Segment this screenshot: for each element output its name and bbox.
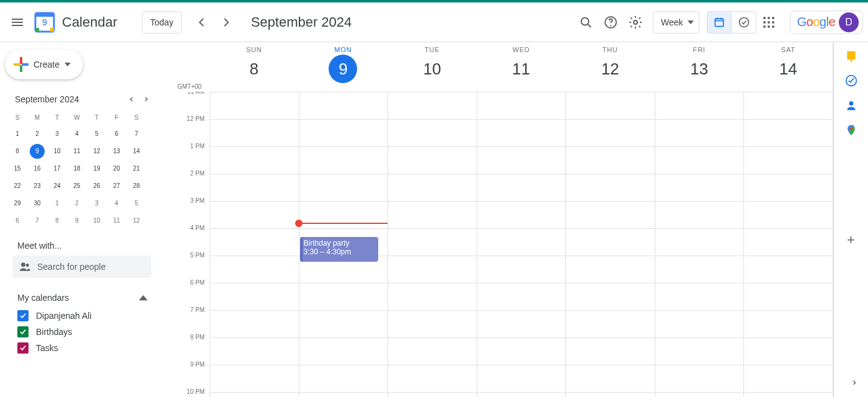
keep-icon[interactable]: [845, 50, 857, 62]
mini-day[interactable]: 22: [7, 179, 27, 196]
view-selector[interactable]: Week: [653, 11, 700, 33]
day-header[interactable]: THU12: [565, 42, 655, 92]
hour-row[interactable]: 11 AM: [210, 92, 833, 119]
help-button[interactable]: [598, 10, 623, 35]
mini-day[interactable]: 8: [7, 144, 27, 161]
mini-calendar[interactable]: SMTWTFS123456789101112131415161718192021…: [5, 109, 159, 231]
mini-day[interactable]: 16: [27, 161, 47, 179]
mini-day[interactable]: 18: [67, 161, 87, 179]
mini-day[interactable]: 2: [27, 127, 47, 144]
calendar-item[interactable]: Tasks: [5, 340, 159, 356]
mini-day[interactable]: 30: [27, 196, 47, 213]
mini-day[interactable]: 6: [7, 213, 27, 231]
mini-day[interactable]: 4: [67, 127, 87, 144]
mini-day[interactable]: 5: [87, 127, 107, 144]
mini-day[interactable]: 9: [67, 213, 87, 231]
mini-day[interactable]: 17: [47, 161, 67, 179]
main-menu-button[interactable]: [5, 10, 30, 35]
mini-day[interactable]: 24: [47, 179, 67, 196]
svg-point-9: [739, 17, 748, 27]
mini-day[interactable]: 11: [107, 213, 126, 231]
mini-day[interactable]: 12: [87, 144, 107, 161]
today-button[interactable]: Today: [142, 11, 181, 33]
mini-day[interactable]: 5: [126, 196, 146, 213]
mini-day[interactable]: 10: [47, 144, 67, 161]
hour-row[interactable]: 10 PM: [210, 392, 833, 397]
calendar-event[interactable]: Birthday party3:30 – 4:30pm: [300, 237, 378, 262]
mini-day[interactable]: 21: [126, 161, 146, 179]
day-header[interactable]: TUE10: [388, 42, 477, 92]
prev-period-button[interactable]: [189, 10, 214, 35]
mini-day[interactable]: 23: [27, 179, 47, 196]
apps-button[interactable]: [756, 10, 781, 35]
mini-prev-button[interactable]: [124, 92, 139, 107]
add-addon-button[interactable]: +: [847, 232, 855, 248]
calendar-item[interactable]: Birthdays: [5, 324, 159, 340]
hour-row[interactable]: 8 PM: [210, 337, 833, 365]
mini-day[interactable]: 10: [87, 213, 107, 231]
mini-day[interactable]: 1: [7, 127, 27, 144]
calendar-item[interactable]: Dipanjenah Ali: [5, 308, 159, 324]
day-header[interactable]: MON9: [299, 42, 388, 92]
hour-label: 9 PM: [176, 361, 205, 368]
mini-day[interactable]: 20: [107, 161, 126, 179]
avatar[interactable]: D: [839, 12, 859, 32]
mini-next-button[interactable]: [139, 92, 154, 107]
mini-day[interactable]: 2: [67, 196, 87, 213]
mini-day[interactable]: 29: [7, 196, 27, 213]
day-header[interactable]: FRI13: [655, 42, 744, 92]
calendar-view-button[interactable]: [707, 11, 732, 33]
svg-point-24: [849, 127, 852, 130]
collapse-panel-button[interactable]: [851, 378, 858, 390]
maps-icon[interactable]: [845, 124, 857, 136]
my-calendars-header[interactable]: My calendars: [5, 278, 159, 308]
mini-day[interactable]: 12: [126, 213, 146, 231]
hour-row[interactable]: 7 PM: [210, 310, 833, 337]
mini-day[interactable]: 3: [47, 127, 67, 144]
hour-row[interactable]: 1 PM: [210, 146, 833, 174]
day-header[interactable]: SUN8: [210, 42, 299, 92]
hour-row[interactable]: 2 PM: [210, 174, 833, 201]
app-logo[interactable]: 9 Calendar: [32, 10, 117, 35]
svg-rect-8: [715, 19, 724, 26]
mini-day[interactable]: 4: [107, 196, 126, 213]
hour-row[interactable]: 12 PM: [210, 119, 833, 146]
mini-day[interactable]: 15: [7, 161, 27, 179]
search-people-input[interactable]: Search for people: [12, 256, 151, 278]
mini-day[interactable]: 25: [67, 179, 87, 196]
day-header[interactable]: SAT14: [743, 42, 833, 92]
hour-row[interactable]: 6 PM: [210, 283, 833, 310]
time-grid-scroll[interactable]: 11 AM12 PM1 PM2 PM3 PM4 PM5 PM6 PM7 PM8 …: [159, 92, 833, 397]
mini-day[interactable]: 7: [126, 127, 146, 144]
mini-day[interactable]: 11: [67, 144, 87, 161]
next-period-button[interactable]: [214, 10, 239, 35]
mini-day[interactable]: 26: [87, 179, 107, 196]
people-icon: [19, 261, 31, 273]
hour-label: 1 PM: [176, 143, 205, 149]
mini-day[interactable]: 27: [107, 179, 126, 196]
mini-day[interactable]: 8: [47, 213, 67, 231]
day-header[interactable]: WED11: [477, 42, 566, 92]
svg-rect-1: [35, 13, 54, 17]
create-button[interactable]: Create: [5, 50, 83, 79]
tasks-icon[interactable]: [845, 74, 857, 87]
mini-day[interactable]: 13: [107, 144, 126, 161]
hour-row[interactable]: 3 PM: [210, 201, 833, 228]
checkbox-icon[interactable]: [17, 326, 29, 337]
account-switcher[interactable]: Google D: [790, 11, 863, 34]
mini-day[interactable]: 28: [126, 179, 146, 196]
hour-row[interactable]: 9 PM: [210, 365, 833, 392]
mini-day[interactable]: 3: [87, 196, 107, 213]
settings-button[interactable]: [623, 10, 648, 35]
mini-day[interactable]: 1: [47, 196, 67, 213]
mini-day[interactable]: 6: [107, 127, 126, 144]
checkbox-icon[interactable]: [17, 310, 29, 321]
mini-day[interactable]: 9: [27, 144, 47, 161]
mini-day[interactable]: 7: [27, 213, 47, 231]
tasks-view-button[interactable]: [732, 11, 756, 33]
search-button[interactable]: [574, 10, 598, 35]
contacts-icon[interactable]: [845, 99, 857, 112]
checkbox-icon[interactable]: [17, 342, 29, 354]
mini-day[interactable]: 19: [87, 161, 107, 179]
mini-day[interactable]: 14: [126, 144, 146, 161]
